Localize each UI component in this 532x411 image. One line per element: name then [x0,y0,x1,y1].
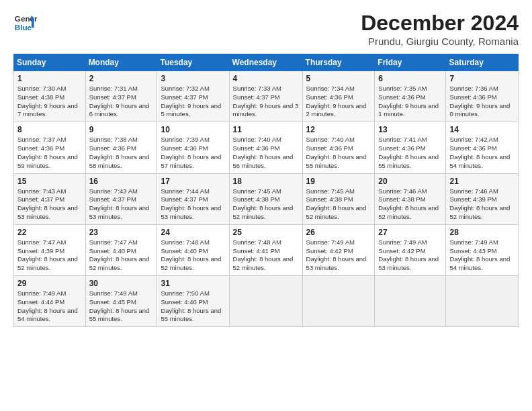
table-row: 9 Sunrise: 7:38 AMSunset: 4:36 PMDayligh… [85,122,157,173]
table-row: 21 Sunrise: 7:46 AMSunset: 4:39 PMDaylig… [446,173,519,224]
subtitle: Prundu, Giurgiu County, Romania [361,36,519,47]
table-row: 7 Sunrise: 7:36 AMSunset: 4:36 PMDayligh… [446,71,519,122]
table-row: 22 Sunrise: 7:47 AMSunset: 4:39 PMDaylig… [14,224,86,275]
day-info: Sunrise: 7:47 AMSunset: 4:39 PMDaylight:… [17,238,82,273]
table-row: 3 Sunrise: 7:32 AMSunset: 4:37 PMDayligh… [157,71,229,122]
day-info: Sunrise: 7:34 AMSunset: 4:36 PMDaylight:… [306,85,371,119]
table-row: 13 Sunrise: 7:41 AMSunset: 4:36 PMDaylig… [375,122,446,173]
day-number: 25 [233,228,299,237]
logo-icon: General Blue [13,11,38,35]
day-info: Sunrise: 7:32 AMSunset: 4:37 PMDaylight:… [161,85,225,119]
day-number: 29 [17,279,82,288]
day-info: Sunrise: 7:30 AMSunset: 4:38 PMDaylight:… [17,85,82,119]
header: General Blue December 2024 Prundu, Giurg… [13,11,519,47]
day-number: 8 [17,125,82,134]
table-row: 16 Sunrise: 7:43 AMSunset: 4:37 PMDaylig… [85,173,157,224]
day-number: 23 [89,228,154,237]
table-row: 29 Sunrise: 7:49 AMSunset: 4:44 PMDaylig… [14,276,86,327]
svg-text:General: General [15,14,38,23]
title-block: December 2024 Prundu, Giurgiu County, Ro… [361,11,519,47]
table-row: 24 Sunrise: 7:48 AMSunset: 4:40 PMDaylig… [157,224,229,275]
calendar-page: General Blue December 2024 Prundu, Giurg… [0,0,532,411]
day-info: Sunrise: 7:41 AMSunset: 4:36 PMDaylight:… [378,136,442,170]
day-number: 18 [233,177,299,186]
day-number: 5 [306,74,371,83]
day-info: Sunrise: 7:43 AMSunset: 4:37 PMDaylight:… [17,187,82,222]
col-friday: Friday [375,54,446,71]
table-row [375,276,446,327]
table-row: 15 Sunrise: 7:43 AMSunset: 4:37 PMDaylig… [14,173,86,224]
day-info: Sunrise: 7:36 AMSunset: 4:36 PMDaylight:… [449,85,515,119]
day-number: 16 [89,177,154,186]
day-number: 31 [161,279,225,288]
day-number: 10 [161,125,225,134]
day-info: Sunrise: 7:49 AMSunset: 4:45 PMDaylight:… [89,289,154,324]
day-number: 14 [449,125,515,134]
table-row: 28 Sunrise: 7:49 AMSunset: 4:43 PMDaylig… [446,224,519,275]
day-number: 27 [378,228,442,237]
day-number: 3 [161,74,225,83]
day-number: 19 [306,177,371,186]
table-row: 8 Sunrise: 7:37 AMSunset: 4:36 PMDayligh… [14,122,86,173]
table-row: 23 Sunrise: 7:47 AMSunset: 4:40 PMDaylig… [85,224,157,275]
col-sunday: Sunday [14,54,86,71]
day-number: 28 [449,228,515,237]
table-row: 12 Sunrise: 7:40 AMSunset: 4:36 PMDaylig… [302,122,375,173]
day-number: 13 [378,125,442,134]
table-row: 14 Sunrise: 7:42 AMSunset: 4:36 PMDaylig… [446,122,519,173]
day-info: Sunrise: 7:45 AMSunset: 4:38 PMDaylight:… [233,187,299,222]
day-number: 24 [161,228,225,237]
col-thursday: Thursday [302,54,375,71]
col-monday: Monday [85,54,157,71]
day-number: 11 [233,125,299,134]
day-info: Sunrise: 7:31 AMSunset: 4:37 PMDaylight:… [89,85,154,119]
day-number: 15 [17,177,82,186]
day-number: 1 [17,74,82,83]
day-info: Sunrise: 7:39 AMSunset: 4:36 PMDaylight:… [161,136,225,170]
day-info: Sunrise: 7:33 AMSunset: 4:37 PMDaylight:… [233,85,299,119]
day-info: Sunrise: 7:47 AMSunset: 4:40 PMDaylight:… [89,238,154,273]
table-row: 26 Sunrise: 7:49 AMSunset: 4:42 PMDaylig… [302,224,375,275]
col-saturday: Saturday [446,54,519,71]
table-row: 10 Sunrise: 7:39 AMSunset: 4:36 PMDaylig… [157,122,229,173]
day-info: Sunrise: 7:35 AMSunset: 4:36 PMDaylight:… [378,85,442,119]
day-info: Sunrise: 7:50 AMSunset: 4:46 PMDaylight:… [161,289,225,324]
table-row: 19 Sunrise: 7:45 AMSunset: 4:38 PMDaylig… [302,173,375,224]
day-number: 9 [89,125,154,134]
day-info: Sunrise: 7:38 AMSunset: 4:36 PMDaylight:… [89,136,154,170]
day-number: 21 [449,177,515,186]
table-row: 2 Sunrise: 7:31 AMSunset: 4:37 PMDayligh… [85,71,157,122]
day-number: 12 [306,125,371,134]
day-info: Sunrise: 7:42 AMSunset: 4:36 PMDaylight:… [449,136,515,170]
day-number: 2 [89,74,154,83]
day-info: Sunrise: 7:43 AMSunset: 4:37 PMDaylight:… [89,187,154,222]
col-tuesday: Tuesday [157,54,229,71]
day-info: Sunrise: 7:49 AMSunset: 4:42 PMDaylight:… [378,238,442,273]
table-row: 5 Sunrise: 7:34 AMSunset: 4:36 PMDayligh… [302,71,375,122]
day-info: Sunrise: 7:44 AMSunset: 4:37 PMDaylight:… [161,187,225,222]
calendar-header-row: Sunday Monday Tuesday Wednesday Thursday… [14,54,519,71]
day-number: 20 [378,177,442,186]
table-row: 18 Sunrise: 7:45 AMSunset: 4:38 PMDaylig… [229,173,302,224]
day-number: 6 [378,74,442,83]
day-number: 26 [306,228,371,237]
svg-text:Blue: Blue [15,23,32,32]
main-title: December 2024 [361,11,519,36]
day-number: 17 [161,177,225,186]
table-row: 17 Sunrise: 7:44 AMSunset: 4:37 PMDaylig… [157,173,229,224]
table-row: 30 Sunrise: 7:49 AMSunset: 4:45 PMDaylig… [85,276,157,327]
day-number: 7 [449,74,515,83]
table-row [229,276,302,327]
day-number: 30 [89,279,154,288]
day-info: Sunrise: 7:48 AMSunset: 4:40 PMDaylight:… [161,238,225,273]
day-info: Sunrise: 7:48 AMSunset: 4:41 PMDaylight:… [233,238,299,273]
table-row: 25 Sunrise: 7:48 AMSunset: 4:41 PMDaylig… [229,224,302,275]
table-row: 1 Sunrise: 7:30 AMSunset: 4:38 PMDayligh… [14,71,86,122]
table-row: 11 Sunrise: 7:40 AMSunset: 4:36 PMDaylig… [229,122,302,173]
day-info: Sunrise: 7:49 AMSunset: 4:43 PMDaylight:… [449,238,515,273]
table-row [446,276,519,327]
day-number: 22 [17,228,82,237]
table-row: 20 Sunrise: 7:46 AMSunset: 4:38 PMDaylig… [375,173,446,224]
day-info: Sunrise: 7:45 AMSunset: 4:38 PMDaylight:… [306,187,371,222]
logo: General Blue [13,11,38,35]
